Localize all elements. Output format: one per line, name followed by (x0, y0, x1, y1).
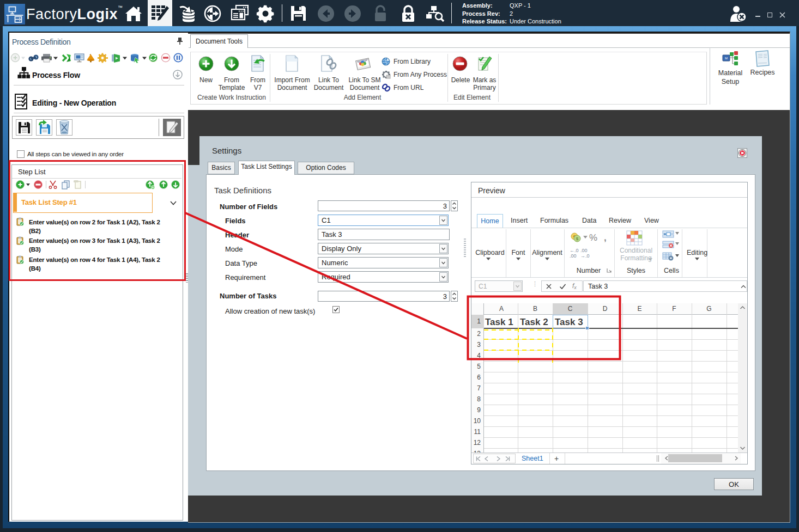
svg-text:M: M (725, 57, 728, 60)
svg-text:$: $ (576, 236, 579, 241)
